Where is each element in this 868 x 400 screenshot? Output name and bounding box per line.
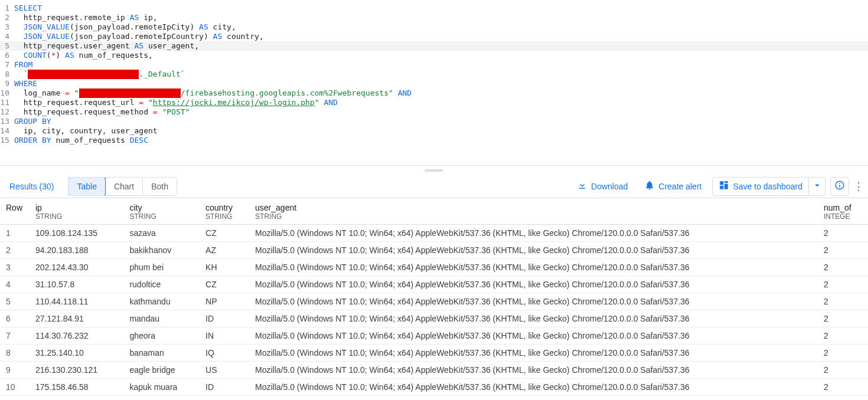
line-number: 1 xyxy=(0,4,14,13)
column-header-country[interactable]: countrySTRING xyxy=(200,198,249,225)
table-row[interactable]: 5110.44.118.11kathmanduNPMozilla/5.0 (Wi… xyxy=(0,293,868,310)
cell: 4 xyxy=(0,276,30,293)
column-header-num_of[interactable]: num_ofINTEGE xyxy=(818,198,868,225)
code-line[interactable]: 14 ip, city, country, user_agent xyxy=(0,126,868,136)
cell: kapuk muara xyxy=(123,379,200,396)
view-tab-both[interactable]: Both xyxy=(142,178,177,195)
code-content[interactable]: COUNT(*) AS num_of_requests, xyxy=(14,51,868,60)
cell: 2 xyxy=(818,276,868,293)
line-number: 11 xyxy=(0,98,14,107)
code-line[interactable]: 4 JSON_VALUE(json_payload.remoteIpCountr… xyxy=(0,32,868,41)
code-line[interactable]: 15ORDER BY num_of_requests DESC xyxy=(0,136,868,145)
table-row[interactable]: 3202.124.43.30phum beiKHMozilla/5.0 (Win… xyxy=(0,259,868,276)
line-number: 14 xyxy=(0,126,14,136)
cell: US xyxy=(200,362,249,379)
code-line[interactable]: 9WHERE xyxy=(0,79,868,88)
code-line[interactable]: 12 http_request.request_method = "POST" xyxy=(0,107,868,117)
code-line[interactable]: 7FROM xyxy=(0,60,868,70)
view-tab-chart[interactable]: Chart xyxy=(105,178,142,195)
save-to-dashboard-button[interactable]: Save to dashboard xyxy=(713,178,808,195)
table-row[interactable]: 7114.30.76.232gheoraINMozilla/5.0 (Windo… xyxy=(0,327,868,345)
line-number: 2 xyxy=(0,13,14,22)
code-content[interactable]: JSON_VALUE(json_payload.remoteIpCountry)… xyxy=(14,32,868,41)
code-line[interactable]: 10 log_name = "______________________/fi… xyxy=(0,88,868,98)
resize-handle[interactable] xyxy=(0,165,868,175)
cell: phum bei xyxy=(123,259,200,276)
table-row[interactable]: 1109.108.124.135sazavaCZMozilla/5.0 (Win… xyxy=(0,225,868,242)
code-line[interactable]: 2 http_request.remote_ip AS ip, xyxy=(0,13,868,22)
code-content[interactable]: ip, city, country, user_agent xyxy=(14,126,868,136)
cell: 10 xyxy=(0,379,30,396)
table-row[interactable]: 431.10.57.8rudolticeCZMozilla/5.0 (Windo… xyxy=(0,276,868,293)
code-line[interactable]: 3 JSON_VALUE(json_payload.remoteIpCity) … xyxy=(0,22,868,32)
cell: 216.130.230.121 xyxy=(30,362,123,379)
table-row[interactable]: 831.25.140.10banamanIQMozilla/5.0 (Windo… xyxy=(0,345,868,362)
more-menu-button[interactable]: ⋮ xyxy=(854,180,863,193)
code-content[interactable]: GROUP BY xyxy=(14,117,868,126)
code-line[interactable]: 1SELECT xyxy=(0,4,868,13)
cell: KH xyxy=(200,259,249,276)
code-content[interactable]: SELECT xyxy=(14,4,868,13)
column-header-row[interactable]: Row xyxy=(0,198,30,225)
code-line[interactable]: 13GROUP BY xyxy=(0,117,868,126)
code-line[interactable]: 5 http_request.user_agent AS user_agent, xyxy=(0,41,868,51)
code-content[interactable]: FROM xyxy=(14,60,868,70)
code-content[interactable]: http_request.request_url = "https://jock… xyxy=(14,98,868,107)
cell: 9 xyxy=(0,362,30,379)
cell: 27.121.84.91 xyxy=(30,310,123,327)
code-content[interactable]: JSON_VALUE(json_payload.remoteIpCity) AS… xyxy=(14,22,868,32)
create-alert-button[interactable]: Create alert xyxy=(638,176,707,196)
dashboard-icon xyxy=(719,180,729,192)
code-line[interactable]: 11 http_request.request_url = "https://j… xyxy=(0,98,868,107)
cell: Mozilla/5.0 (Windows NT 10.0; Win64; x64… xyxy=(249,225,818,242)
results-table-container[interactable]: RowipSTRINGcitySTRINGcountrySTRINGuser_a… xyxy=(0,198,868,396)
cell: 8 xyxy=(0,345,30,362)
table-row[interactable]: 627.121.84.91mandauIDMozilla/5.0 (Window… xyxy=(0,310,868,327)
info-button[interactable] xyxy=(830,177,849,196)
cell: kathmandu xyxy=(123,293,200,310)
cell: 2 xyxy=(818,327,868,345)
view-tab-table[interactable]: Table xyxy=(68,177,105,196)
cell: IQ xyxy=(200,345,249,362)
cell: mandau xyxy=(123,310,200,327)
save-dropdown-button[interactable] xyxy=(808,178,825,195)
results-tab[interactable]: Results (30) xyxy=(5,177,58,196)
line-number: 15 xyxy=(0,136,14,145)
cell: eagle bridge xyxy=(123,362,200,379)
cell: AZ xyxy=(200,242,249,259)
line-number: 4 xyxy=(0,32,14,41)
cell: 5 xyxy=(0,293,30,310)
code-line[interactable]: 8 `________________________._Default` xyxy=(0,70,868,79)
cell: Mozilla/5.0 (Windows NT 10.0; Win64; x64… xyxy=(249,276,818,293)
chevron-down-icon xyxy=(812,180,823,192)
cell: 110.44.118.11 xyxy=(30,293,123,310)
code-content[interactable]: http_request.user_agent AS user_agent, xyxy=(14,41,868,51)
cell: 2 xyxy=(818,242,868,259)
code-content[interactable]: http_request.remote_ip AS ip, xyxy=(14,13,868,22)
column-header-ip[interactable]: ipSTRING xyxy=(30,198,123,225)
line-number: 13 xyxy=(0,117,14,126)
table-row[interactable]: 9216.130.230.121eagle bridgeUSMozilla/5.… xyxy=(0,362,868,379)
save-label: Save to dashboard xyxy=(733,182,802,191)
cell: gheora xyxy=(123,327,200,345)
cell: 94.20.183.188 xyxy=(30,242,123,259)
cell: 1 xyxy=(0,225,30,242)
cell: banaman xyxy=(123,345,200,362)
code-content[interactable]: http_request.request_method = "POST" xyxy=(14,107,868,117)
table-row[interactable]: 10175.158.46.58kapuk muaraIDMozilla/5.0 … xyxy=(0,379,868,396)
download-icon xyxy=(577,180,588,192)
cell: 175.158.46.58 xyxy=(30,379,123,396)
code-content[interactable]: ORDER BY num_of_requests DESC xyxy=(14,136,868,145)
code-content[interactable]: log_name = "______________________/fireb… xyxy=(14,88,868,98)
table-row[interactable]: 294.20.183.188bakikhanovAZMozilla/5.0 (W… xyxy=(0,242,868,259)
cell: Mozilla/5.0 (Windows NT 10.0; Win64; x64… xyxy=(249,327,818,345)
cell: Mozilla/5.0 (Windows NT 10.0; Win64; x64… xyxy=(249,379,818,396)
code-content[interactable]: WHERE xyxy=(14,79,868,88)
cell: 2 xyxy=(818,259,868,276)
sql-editor[interactable]: 1SELECT2 http_request.remote_ip AS ip,3 … xyxy=(0,0,868,165)
code-line[interactable]: 6 COUNT(*) AS num_of_requests, xyxy=(0,51,868,60)
column-header-user_agent[interactable]: user_agentSTRING xyxy=(249,198,818,225)
download-button[interactable]: Download xyxy=(571,176,634,196)
code-content[interactable]: `________________________._Default` xyxy=(14,70,868,79)
column-header-city[interactable]: citySTRING xyxy=(123,198,200,225)
